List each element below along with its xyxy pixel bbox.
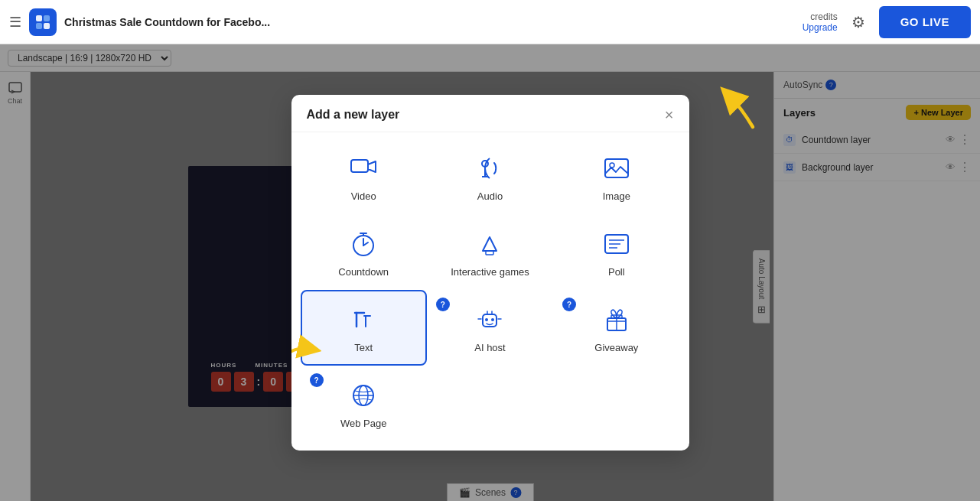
- modal-overlay[interactable]: Add a new layer × Video: [0, 44, 980, 501]
- audio-icon: [475, 154, 504, 183]
- svg-rect-9: [605, 159, 628, 177]
- modal-grid: Video Audio Imag: [291, 132, 689, 451]
- web-page-icon: [349, 381, 378, 410]
- modal-close-button[interactable]: ×: [665, 107, 674, 122]
- modal-item-audio[interactable]: Audio: [427, 138, 553, 214]
- menu-icon[interactable]: ☰: [9, 14, 21, 31]
- go-live-button[interactable]: GO LIVE: [879, 6, 971, 38]
- ai-host-label: AI host: [474, 342, 505, 353]
- poll-label: Poll: [608, 266, 625, 278]
- text-icon: [349, 305, 378, 334]
- svg-rect-2: [36, 23, 42, 29]
- modal-item-image[interactable]: Image: [553, 138, 679, 214]
- modal-item-ai-host[interactable]: ? AI host: [427, 290, 553, 366]
- add-layer-modal: Add a new layer × Video: [291, 95, 689, 451]
- modal-title: Add a new layer: [307, 108, 400, 122]
- credits-label: credits: [810, 11, 837, 22]
- modal-item-countdown[interactable]: Countdown: [301, 214, 427, 290]
- upgrade-link[interactable]: Upgrade: [803, 22, 838, 33]
- svg-rect-3: [44, 23, 50, 29]
- topbar: ☰ Christmas Sale Countdown for Facebo...…: [0, 0, 980, 44]
- text-label: Text: [354, 342, 373, 353]
- modal-item-poll[interactable]: Poll: [553, 214, 679, 290]
- logo-icon: [34, 14, 51, 31]
- modal-item-giveaway[interactable]: ? Giveaway: [553, 290, 679, 366]
- svg-rect-12: [486, 251, 493, 255]
- modal-item-web-page[interactable]: ? Web Page: [301, 366, 427, 441]
- modal-item-text[interactable]: Text: [301, 290, 427, 366]
- interactive-games-label: Interactive games: [451, 266, 529, 278]
- countdown-icon: [349, 229, 378, 259]
- svg-rect-1: [44, 15, 50, 21]
- ai-host-badge: ?: [436, 298, 450, 311]
- web-page-label: Web Page: [340, 418, 386, 429]
- svg-rect-0: [36, 15, 42, 21]
- svg-point-18: [485, 318, 488, 321]
- credits-info: credits Upgrade: [803, 11, 838, 33]
- modal-header: Add a new layer ×: [291, 95, 689, 132]
- svg-rect-5: [351, 160, 368, 172]
- image-label: Image: [603, 190, 630, 202]
- giveaway-icon: [602, 305, 631, 334]
- audio-label: Audio: [477, 190, 503, 202]
- web-page-badge: ?: [310, 373, 324, 387]
- giveaway-badge: ?: [562, 298, 576, 311]
- poll-icon: [602, 229, 631, 259]
- interactive-games-icon: [475, 229, 504, 259]
- logo: [29, 8, 57, 36]
- modal-item-interactive-games[interactable]: Interactive games: [427, 214, 553, 290]
- image-icon: [602, 154, 631, 183]
- video-label: Video: [351, 190, 376, 202]
- countdown-label: Countdown: [338, 266, 389, 278]
- page-title: Christmas Sale Countdown for Facebo...: [64, 16, 278, 28]
- svg-point-19: [491, 318, 494, 321]
- gear-icon[interactable]: ⚙: [851, 13, 865, 31]
- giveaway-label: Giveaway: [594, 342, 638, 353]
- new-layer-arrow: [695, 81, 764, 131]
- svg-point-10: [610, 163, 614, 168]
- modal-item-video[interactable]: Video: [301, 138, 427, 214]
- video-icon: [349, 154, 378, 183]
- ai-host-icon: [475, 305, 504, 334]
